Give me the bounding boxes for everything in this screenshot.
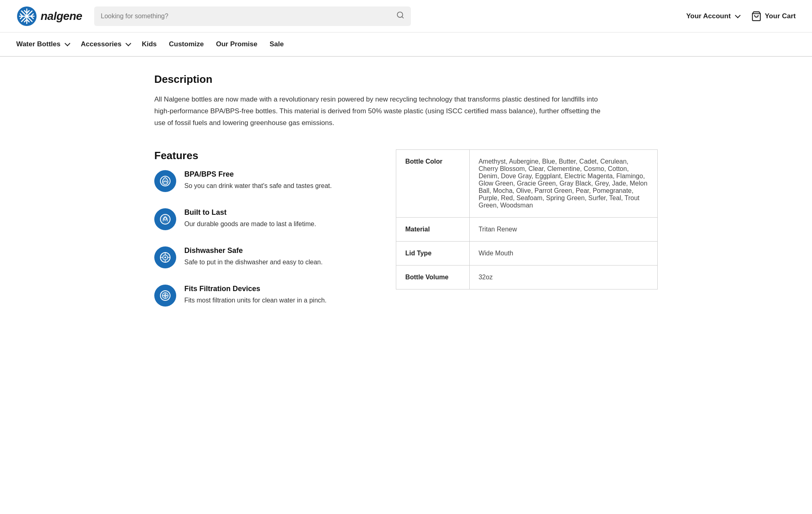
nav-item-water-bottles[interactable]: Water Bottles [16,40,81,48]
bpa-free-description: So you can drink water that's safe and t… [184,181,332,191]
water-bottles-chevron-icon [65,41,70,46]
spec-label-color: Bottle Color [396,150,469,218]
spec-row-material: Material Tritan Renew [396,217,657,241]
built-to-last-title: Built to Last [184,208,316,217]
spec-value-lid: Wide Mouth [469,241,657,265]
feature-dishwasher-safe: Dishwasher Safe Safe to put in the dishw… [154,246,380,268]
features-list: Features BPA/BPS Free So you can drink w… [154,149,396,323]
header-actions: Your Account Your Cart [686,11,796,22]
main-content: Description All Nalgene bottles are now … [130,57,682,339]
description-text: All Nalgene bottles are now made with a … [154,94,601,129]
main-nav: Water Bottles Accessories Kids Customize… [0,32,812,57]
bpa-free-icon [154,170,176,192]
built-to-last-icon [154,208,176,230]
features-title: Features [154,149,380,162]
filtration-text: Fits Filtration Devices Fits most filtra… [184,285,326,305]
search-button[interactable] [396,11,404,21]
feature-built-to-last: Built to Last Our durable goods are made… [154,208,380,230]
built-to-last-description: Our durable goods are made to last a lif… [184,219,316,229]
search-bar[interactable] [94,6,411,26]
filtration-icon [154,285,176,307]
spec-label-material: Material [396,217,469,241]
account-button[interactable]: Your Account [686,12,739,20]
spec-label-lid: Lid Type [396,241,469,265]
filtration-description: Fits most filtration units for clean wat… [184,296,326,305]
spec-value-volume: 32oz [469,265,657,289]
dishwasher-safe-text: Dishwasher Safe Safe to put in the dishw… [184,246,323,267]
svg-point-17 [160,214,170,224]
cart-label: Your Cart [765,12,796,20]
description-section: Description All Nalgene bottles are now … [154,73,658,129]
dishwasher-safe-description: Safe to put in the dishwasher and easy t… [184,257,323,267]
logo-icon [16,6,37,27]
specs-table-container: Bottle Color Amethyst, Aubergine, Blue, … [396,149,658,289]
svg-line-14 [402,17,404,18]
accessories-chevron-icon [125,41,131,46]
spec-row-color: Bottle Color Amethyst, Aubergine, Blue, … [396,150,657,218]
filtration-title: Fits Filtration Devices [184,285,326,293]
account-label: Your Account [686,12,731,20]
account-chevron-icon [735,12,741,18]
feature-bpa-free: BPA/BPS Free So you can drink water that… [154,170,380,192]
nav-item-accessories[interactable]: Accessories [81,40,142,48]
nav-item-customize[interactable]: Customize [169,40,216,48]
built-to-last-text: Built to Last Our durable goods are made… [184,208,316,229]
description-title: Description [154,73,658,86]
spec-label-volume: Bottle Volume [396,265,469,289]
cart-icon [751,11,762,22]
cart-button[interactable]: Your Cart [751,11,796,22]
svg-point-21 [164,257,166,258]
nav-item-our-promise[interactable]: Our Promise [216,40,270,48]
bpa-free-text: BPA/BPS Free So you can drink water that… [184,170,332,191]
bpa-free-title: BPA/BPS Free [184,170,332,179]
logo-text: nalgene [41,10,82,23]
spec-value-material: Tritan Renew [469,217,657,241]
site-header: nalgene Your Account Your Cart [0,0,812,32]
spec-row-volume: Bottle Volume 32oz [396,265,657,289]
spec-row-lid: Lid Type Wide Mouth [396,241,657,265]
logo[interactable]: nalgene [16,6,82,27]
spec-value-color: Amethyst, Aubergine, Blue, Butter, Cadet… [469,150,657,218]
feature-filtration: Fits Filtration Devices Fits most filtra… [154,285,380,307]
features-section: Features BPA/BPS Free So you can drink w… [154,149,658,323]
search-input[interactable] [101,13,396,20]
dishwasher-safe-title: Dishwasher Safe [184,246,323,255]
nav-item-kids[interactable]: Kids [142,40,169,48]
dishwasher-safe-icon [154,246,176,268]
nav-item-sale[interactable]: Sale [270,40,296,48]
specs-table: Bottle Color Amethyst, Aubergine, Blue, … [396,150,657,289]
